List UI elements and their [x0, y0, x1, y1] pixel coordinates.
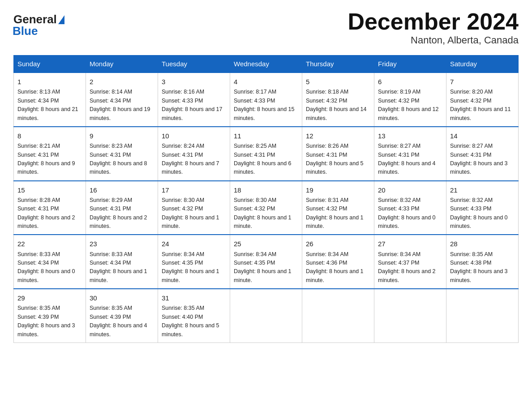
day-number: 11	[234, 131, 298, 141]
calendar-cell: 24 Sunrise: 8:34 AMSunset: 4:35 PMDaylig…	[158, 235, 230, 289]
day-info: Sunrise: 8:33 AMSunset: 4:34 PMDaylight:…	[17, 251, 75, 283]
day-info: Sunrise: 8:20 AMSunset: 4:32 PMDaylight:…	[450, 89, 511, 121]
calendar-cell: 2 Sunrise: 8:14 AMSunset: 4:34 PMDayligh…	[86, 73, 158, 127]
calendar-cell: 30 Sunrise: 8:35 AMSunset: 4:39 PMDaylig…	[86, 289, 158, 342]
calendar-table: SundayMondayTuesdayWednesdayThursdayFrid…	[13, 55, 519, 343]
day-number: 16	[90, 185, 154, 195]
day-info: Sunrise: 8:14 AMSunset: 4:34 PMDaylight:…	[90, 89, 150, 121]
logo-blue-text: Blue	[13, 24, 38, 38]
day-number: 5	[306, 77, 370, 87]
day-info: Sunrise: 8:34 AMSunset: 4:37 PMDaylight:…	[378, 251, 436, 283]
calendar-week-5: 29 Sunrise: 8:35 AMSunset: 4:39 PMDaylig…	[14, 289, 519, 342]
calendar-cell: 3 Sunrise: 8:16 AMSunset: 4:33 PMDayligh…	[158, 73, 230, 127]
day-number: 13	[378, 131, 442, 141]
day-info: Sunrise: 8:35 AMSunset: 4:39 PMDaylight:…	[17, 305, 75, 337]
calendar-header: SundayMondayTuesdayWednesdayThursdayFrid…	[14, 56, 519, 73]
logo-general-text: General	[13, 13, 57, 25]
logo: General Blue	[13, 13, 64, 38]
title-block: December 2024 Nanton, Alberta, Canada	[348, 9, 519, 46]
day-info: Sunrise: 8:35 AMSunset: 4:40 PMDaylight:…	[162, 305, 219, 337]
calendar-cell: 13 Sunrise: 8:27 AMSunset: 4:31 PMDaylig…	[374, 127, 446, 181]
day-info: Sunrise: 8:23 AMSunset: 4:31 PMDaylight:…	[90, 143, 147, 175]
day-number: 24	[162, 239, 226, 249]
day-number: 28	[450, 239, 515, 249]
calendar-cell	[302, 289, 374, 342]
header-day-monday: Monday	[86, 56, 158, 73]
calendar-week-4: 22 Sunrise: 8:33 AMSunset: 4:34 PMDaylig…	[14, 235, 519, 289]
calendar-cell: 19 Sunrise: 8:31 AMSunset: 4:32 PMDaylig…	[302, 181, 374, 235]
day-info: Sunrise: 8:34 AMSunset: 4:36 PMDaylight:…	[306, 251, 364, 283]
calendar-cell: 21 Sunrise: 8:32 AMSunset: 4:33 PMDaylig…	[446, 181, 519, 235]
day-info: Sunrise: 8:33 AMSunset: 4:34 PMDaylight:…	[90, 251, 147, 283]
calendar-cell: 31 Sunrise: 8:35 AMSunset: 4:40 PMDaylig…	[158, 289, 230, 342]
day-info: Sunrise: 8:26 AMSunset: 4:31 PMDaylight:…	[306, 143, 364, 175]
day-info: Sunrise: 8:25 AMSunset: 4:31 PMDaylight:…	[234, 143, 292, 175]
calendar-cell: 22 Sunrise: 8:33 AMSunset: 4:34 PMDaylig…	[14, 235, 86, 289]
day-number: 30	[90, 293, 154, 303]
calendar-cell: 15 Sunrise: 8:28 AMSunset: 4:31 PMDaylig…	[14, 181, 86, 235]
day-number: 14	[450, 131, 515, 141]
day-info: Sunrise: 8:32 AMSunset: 4:33 PMDaylight:…	[450, 197, 508, 229]
day-number: 22	[17, 239, 82, 249]
header-day-tuesday: Tuesday	[158, 56, 230, 73]
page-title: December 2024	[348, 9, 519, 34]
day-info: Sunrise: 8:27 AMSunset: 4:31 PMDaylight:…	[450, 143, 508, 175]
day-info: Sunrise: 8:34 AMSunset: 4:35 PMDaylight:…	[234, 251, 292, 283]
calendar-cell: 29 Sunrise: 8:35 AMSunset: 4:39 PMDaylig…	[14, 289, 86, 342]
day-number: 4	[234, 77, 298, 87]
day-info: Sunrise: 8:35 AMSunset: 4:38 PMDaylight:…	[450, 251, 508, 283]
day-info: Sunrise: 8:24 AMSunset: 4:31 PMDaylight:…	[162, 143, 219, 175]
day-number: 29	[17, 293, 82, 303]
calendar-cell: 5 Sunrise: 8:18 AMSunset: 4:32 PMDayligh…	[302, 73, 374, 127]
calendar-cell	[446, 289, 519, 342]
day-number: 1	[17, 77, 82, 87]
header-day-thursday: Thursday	[302, 56, 374, 73]
calendar-cell: 20 Sunrise: 8:32 AMSunset: 4:33 PMDaylig…	[374, 181, 446, 235]
day-number: 12	[306, 131, 370, 141]
calendar-cell: 26 Sunrise: 8:34 AMSunset: 4:36 PMDaylig…	[302, 235, 374, 289]
day-number: 20	[378, 185, 442, 195]
day-number: 15	[17, 185, 82, 195]
header-day-saturday: Saturday	[446, 56, 519, 73]
calendar-week-1: 1 Sunrise: 8:13 AMSunset: 4:34 PMDayligh…	[14, 73, 519, 127]
day-number: 3	[162, 77, 226, 87]
day-number: 27	[378, 239, 442, 249]
calendar-cell: 14 Sunrise: 8:27 AMSunset: 4:31 PMDaylig…	[446, 127, 519, 181]
day-info: Sunrise: 8:21 AMSunset: 4:31 PMDaylight:…	[17, 143, 75, 175]
calendar-cell: 28 Sunrise: 8:35 AMSunset: 4:38 PMDaylig…	[446, 235, 519, 289]
day-number: 17	[162, 185, 226, 195]
calendar-cell: 16 Sunrise: 8:29 AMSunset: 4:31 PMDaylig…	[86, 181, 158, 235]
calendar-cell: 4 Sunrise: 8:17 AMSunset: 4:33 PMDayligh…	[230, 73, 302, 127]
day-info: Sunrise: 8:31 AMSunset: 4:32 PMDaylight:…	[306, 197, 364, 229]
day-number: 19	[306, 185, 370, 195]
calendar-week-2: 8 Sunrise: 8:21 AMSunset: 4:31 PMDayligh…	[14, 127, 519, 181]
day-number: 10	[162, 131, 226, 141]
calendar-cell: 8 Sunrise: 8:21 AMSunset: 4:31 PMDayligh…	[14, 127, 86, 181]
day-number: 9	[90, 131, 154, 141]
calendar-cell: 9 Sunrise: 8:23 AMSunset: 4:31 PMDayligh…	[86, 127, 158, 181]
calendar-cell: 12 Sunrise: 8:26 AMSunset: 4:31 PMDaylig…	[302, 127, 374, 181]
day-info: Sunrise: 8:35 AMSunset: 4:39 PMDaylight:…	[90, 305, 147, 337]
day-info: Sunrise: 8:30 AMSunset: 4:32 PMDaylight:…	[234, 197, 292, 229]
day-number: 2	[90, 77, 154, 87]
day-info: Sunrise: 8:16 AMSunset: 4:33 PMDaylight:…	[162, 89, 223, 121]
header-day-wednesday: Wednesday	[230, 56, 302, 73]
calendar-cell	[230, 289, 302, 342]
page-header: General Blue December 2024 Nanton, Alber…	[13, 9, 519, 46]
day-info: Sunrise: 8:30 AMSunset: 4:32 PMDaylight:…	[162, 197, 219, 229]
day-number: 23	[90, 239, 154, 249]
day-number: 26	[306, 239, 370, 249]
day-number: 6	[378, 77, 442, 87]
calendar-cell	[374, 289, 446, 342]
calendar-cell: 23 Sunrise: 8:33 AMSunset: 4:34 PMDaylig…	[86, 235, 158, 289]
calendar-cell: 7 Sunrise: 8:20 AMSunset: 4:32 PMDayligh…	[446, 73, 519, 127]
day-number: 25	[234, 239, 298, 249]
day-info: Sunrise: 8:32 AMSunset: 4:33 PMDaylight:…	[378, 197, 436, 229]
header-day-sunday: Sunday	[14, 56, 86, 73]
header-day-friday: Friday	[374, 56, 446, 73]
day-info: Sunrise: 8:13 AMSunset: 4:34 PMDaylight:…	[17, 89, 78, 121]
day-number: 8	[17, 131, 82, 141]
day-info: Sunrise: 8:18 AMSunset: 4:32 PMDaylight:…	[306, 89, 367, 121]
day-info: Sunrise: 8:28 AMSunset: 4:31 PMDaylight:…	[17, 197, 75, 229]
calendar-cell: 27 Sunrise: 8:34 AMSunset: 4:37 PMDaylig…	[374, 235, 446, 289]
